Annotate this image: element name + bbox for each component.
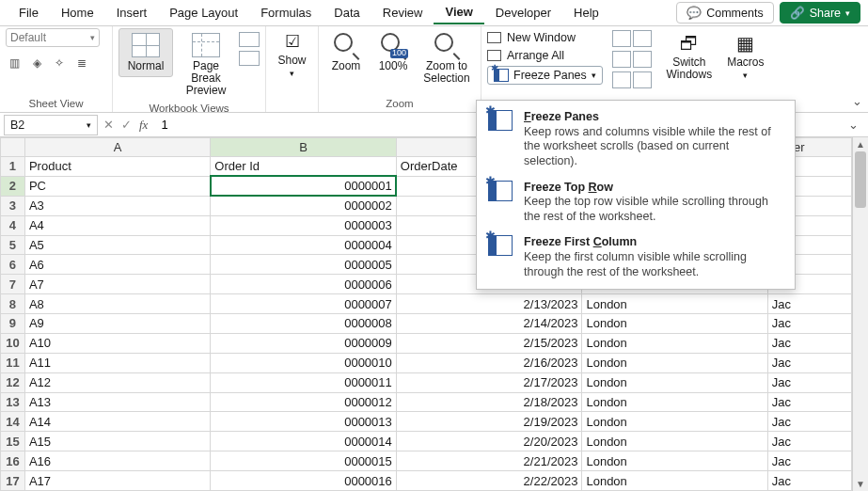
cell[interactable]: 0000011 [211,372,396,392]
cell[interactable]: 2/14/2023 [396,314,582,334]
row-header[interactable]: 11 [1,353,25,372]
select-all-corner[interactable] [1,138,25,157]
table-row[interactable]: 9A900000082/14/2023LondonJac [1,314,852,334]
table-row[interactable]: 10A1000000092/15/2023LondonJac [1,333,852,353]
new-window-button[interactable]: New Window [487,30,576,45]
cell[interactable]: A11 [24,353,210,372]
cell[interactable]: London [582,471,767,491]
cell[interactable]: London [582,314,767,334]
cell[interactable]: 0000015 [211,451,396,471]
cell[interactable]: Jac [767,432,851,451]
zoom-button[interactable]: Zoom [324,28,368,77]
cell[interactable]: 0000016 [211,471,396,491]
cell[interactable]: Jac [767,314,851,334]
col-header-B[interactable]: B [211,138,396,157]
macros-button[interactable]: ▦ Macros ▾ [721,28,770,86]
row-header[interactable]: 7 [1,275,25,294]
cell[interactable]: 0000003 [211,215,396,235]
custom-views-button[interactable] [239,51,260,66]
cell[interactable]: A9 [24,314,210,334]
cell[interactable]: 2/15/2023 [396,333,582,353]
row-header[interactable]: 3 [1,196,25,215]
cell[interactable]: London [582,432,767,451]
cell[interactable]: A12 [24,372,210,392]
cell[interactable]: Product [24,157,210,177]
cell[interactable]: 2/17/2023 [396,372,582,392]
cell[interactable]: Jac [767,412,851,432]
scroll-thumb[interactable] [855,151,866,208]
sync-scroll-button[interactable] [633,51,652,68]
cell[interactable]: London [582,451,767,471]
cell[interactable]: 2/21/2023 [396,451,582,471]
table-row[interactable]: 17A1700000162/22/2023LondonJac [1,471,852,491]
cell[interactable]: A14 [24,412,210,432]
comments-button[interactable]: 💬 Comments [676,2,773,24]
cell[interactable]: 2/20/2023 [396,432,582,451]
menu-item-home[interactable]: Home [50,2,105,24]
table-row[interactable]: 16A1600000152/21/2023LondonJac [1,451,852,471]
cell[interactable]: 0000002 [211,196,396,215]
split-button[interactable] [612,30,631,47]
row-header[interactable]: 17 [1,471,25,491]
cell[interactable]: 0000001 [211,176,396,196]
row-header[interactable]: 8 [1,294,25,314]
page-layout-button[interactable] [239,32,260,47]
cell[interactable]: Jac [767,294,851,314]
normal-view-button[interactable]: Normal [118,28,173,77]
menu-item-view[interactable]: View [434,1,483,24]
row-header[interactable]: 15 [1,432,25,451]
cell[interactable]: A5 [24,235,210,255]
cell[interactable]: A17 [24,471,210,491]
cell[interactable]: 2/18/2023 [396,392,582,412]
cell[interactable]: 0000010 [211,353,396,372]
cell[interactable]: London [582,333,767,353]
row-header[interactable]: 16 [1,451,25,471]
cell[interactable]: 2/22/2023 [396,471,582,491]
reset-pos-button[interactable] [633,71,652,88]
row-header[interactable]: 12 [1,372,25,392]
table-row[interactable]: 11A1100000102/16/2023LondonJac [1,353,852,372]
cell[interactable]: London [582,353,767,372]
table-row[interactable]: 8A800000072/13/2023LondonJac [1,294,852,314]
page-break-preview-button[interactable]: Page Break Preview [177,28,235,103]
hide-button[interactable] [633,30,652,47]
cell[interactable]: Jac [767,372,851,392]
menu-item-file[interactable]: File [8,2,50,24]
formula-bar-expand-button[interactable]: ⌄ [843,118,864,132]
cell[interactable]: Jac [767,392,851,412]
cell[interactable]: Jac [767,353,851,372]
cell[interactable]: London [582,294,767,314]
unhide-button[interactable] [612,71,631,88]
show-button[interactable]: ☑ Show ▾ [272,28,312,84]
cancel-formula-button[interactable]: ✕ [103,118,114,132]
cell[interactable]: A6 [24,255,210,275]
row-header[interactable]: 6 [1,255,25,275]
cell[interactable]: Jac [767,333,851,353]
cell[interactable]: 0000012 [211,392,396,412]
cell[interactable]: A10 [24,333,210,353]
table-row[interactable]: 14A1400000132/19/2023LondonJac [1,412,852,432]
cell[interactable]: A13 [24,392,210,412]
switch-windows-button[interactable]: 🗗 Switch Windows [661,28,718,86]
options-icon[interactable]: ≣ [73,55,90,71]
keep-icon[interactable]: ▥ [6,55,23,71]
row-header[interactable]: 13 [1,392,25,412]
cell[interactable]: A16 [24,451,210,471]
cell[interactable]: Jac [767,451,851,471]
scroll-track[interactable] [853,151,868,477]
row-header[interactable]: 10 [1,333,25,353]
enter-formula-button[interactable]: ✓ [121,118,132,132]
menu-item-insert[interactable]: Insert [105,2,159,24]
view-side-by-side-button[interactable] [612,51,631,68]
cell[interactable]: 0000009 [211,333,396,353]
cell[interactable]: A15 [24,432,210,451]
menu-item-page-layout[interactable]: Page Layout [158,2,249,24]
arrange-all-button[interactable]: Arrange All [487,48,564,63]
new-icon[interactable]: ✧ [51,55,68,71]
share-button[interactable]: 🔗 Share ▾ [780,2,860,24]
table-row[interactable]: 13A1300000122/18/2023LondonJac [1,392,852,412]
cell[interactable]: Jac [767,471,851,491]
ribbon-collapse-button[interactable]: ⌄ [852,94,862,108]
cell[interactable]: 0000005 [211,255,396,275]
cell[interactable]: London [582,412,767,432]
